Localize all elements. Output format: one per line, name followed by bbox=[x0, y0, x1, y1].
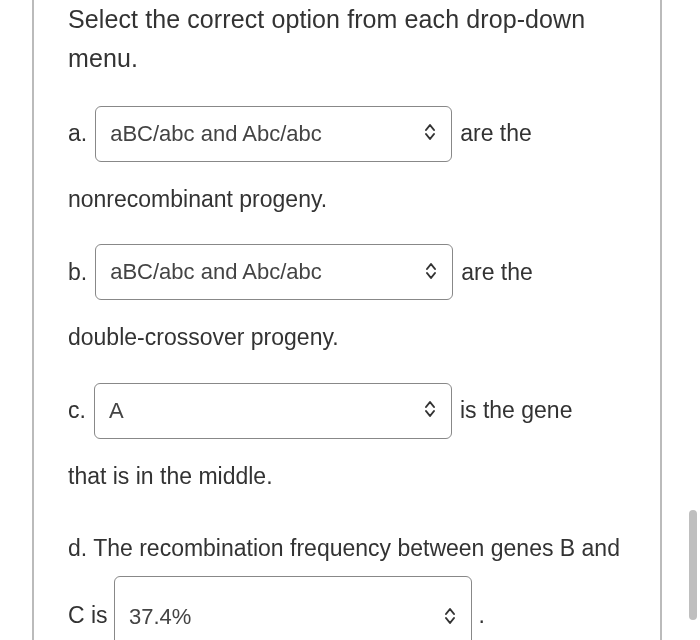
dropdown-c[interactable]: A bbox=[94, 383, 452, 439]
dropdown-b-value: aBC/abc and Abc/abc bbox=[110, 259, 416, 285]
chevron-updown-icon bbox=[424, 261, 438, 284]
label-c: c. bbox=[68, 397, 86, 424]
dropdown-a-value: aBC/abc and Abc/abc bbox=[110, 121, 415, 147]
dropdown-d[interactable]: 37.4% bbox=[114, 576, 472, 640]
scrollbar-track[interactable] bbox=[689, 0, 697, 640]
instruction-text: Select the correct option from each drop… bbox=[68, 0, 632, 78]
chevron-updown-icon bbox=[443, 606, 457, 629]
question-d-line: d. The recombination frequency between g… bbox=[68, 521, 632, 640]
dropdown-c-value: A bbox=[109, 398, 415, 424]
question-container: Select the correct option from each drop… bbox=[32, 0, 662, 640]
label-b: b. bbox=[68, 259, 87, 286]
dropdown-b[interactable]: aBC/abc and Abc/abc bbox=[95, 244, 453, 300]
question-c-line: c. A is the gene bbox=[68, 383, 632, 439]
dropdown-a[interactable]: aBC/abc and Abc/abc bbox=[95, 106, 452, 162]
text-a-after: are the bbox=[460, 120, 532, 147]
scrollbar-thumb[interactable] bbox=[689, 510, 697, 620]
question-b-line: b. aBC/abc and Abc/abc are the bbox=[68, 244, 632, 300]
chevron-updown-icon bbox=[423, 122, 437, 145]
text-b-after: are the bbox=[461, 259, 533, 286]
text-c-continuation: that is in the middle. bbox=[68, 459, 632, 494]
question-a-line: a. aBC/abc and Abc/abc are the bbox=[68, 106, 632, 162]
text-b-continuation: double-crossover progeny. bbox=[68, 320, 632, 355]
dropdown-d-value: 37.4% bbox=[129, 591, 435, 640]
text-c-after: is the gene bbox=[460, 397, 573, 424]
chevron-updown-icon bbox=[423, 399, 437, 422]
text-a-continuation: nonrecombinant progeny. bbox=[68, 182, 632, 217]
label-a: a. bbox=[68, 120, 87, 147]
text-d-after: . bbox=[478, 603, 484, 629]
